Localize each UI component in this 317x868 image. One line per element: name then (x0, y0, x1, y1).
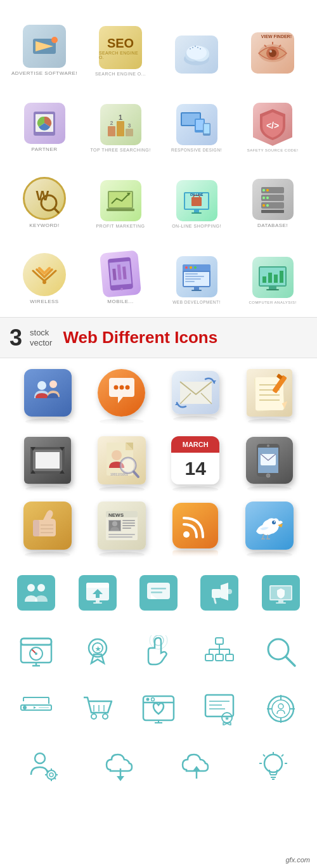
svg-rect-136 (122, 520, 135, 521)
icon-label: RESPONSIVE DESIGN! (171, 148, 222, 152)
list-item: RESPONSIVE DESIGN! (162, 89, 231, 152)
outline-teal-row2: ★ (0, 680, 317, 737)
svg-point-6 (186, 46, 207, 60)
calendar-month: MARCH (171, 436, 219, 453)
list-item (8, 741, 81, 791)
svg-point-88 (114, 385, 119, 389)
flat-icons-row4: WIRELESS MOBILE... (0, 235, 317, 311)
calendar-day: 14 (171, 453, 219, 484)
svg-point-142 (183, 531, 190, 538)
svg-rect-162 (212, 589, 221, 598)
icon-label: ON-LINE SHOPPING! (172, 224, 221, 228)
svg-point-53 (266, 189, 269, 191)
svg-point-9 (195, 46, 196, 47)
list-item (13, 434, 83, 495)
mobile-mail-icon (246, 437, 293, 484)
thumbsup-icon (23, 502, 72, 550)
list-item (191, 627, 248, 677)
svg-point-11 (200, 48, 201, 49)
svg-rect-70 (185, 276, 204, 277)
svg-text:ON-LINE: ON-LINE (190, 193, 204, 197)
list-item: WEB DEVELOPMENT! (162, 241, 231, 304)
svg-rect-181 (216, 638, 223, 644)
svg-rect-137 (122, 522, 135, 524)
svg-rect-84 (269, 287, 276, 289)
svg-rect-141 (108, 536, 133, 538)
svg-text:1: 1 (119, 113, 122, 121)
play-icon (18, 692, 55, 727)
list-item (162, 13, 231, 76)
list-item (237, 741, 310, 791)
svg-rect-157 (93, 602, 102, 604)
icon-label: ADVERTISE SOFTWARE! (11, 70, 77, 76)
svg-rect-140 (108, 534, 135, 535)
people-icon (24, 369, 72, 417)
svg-rect-169 (21, 638, 51, 645)
viewfinder-icon: VIEW FINDER! (251, 32, 294, 74)
svg-point-207 (151, 698, 154, 701)
outline-teal-row3 (0, 737, 317, 794)
svg-point-52 (262, 189, 265, 191)
svg-point-87 (49, 380, 57, 388)
svg-rect-188 (216, 654, 223, 661)
svg-rect-69 (185, 273, 198, 275)
megaphone-teal-icon (200, 575, 238, 611)
svg-text:2: 2 (110, 120, 113, 126)
profit-marketing-icon (100, 180, 141, 221)
svg-rect-45 (194, 210, 199, 212)
page-title: Web Different Icons (63, 328, 217, 347)
shield-laptop-icon (262, 575, 300, 611)
search-icon (262, 635, 299, 670)
wireless-icon (23, 253, 66, 296)
list-item: </> SAFETY SOURCE CODE! (238, 89, 307, 152)
svg-rect-83 (280, 271, 283, 283)
svg-point-15 (269, 50, 272, 53)
svg-point-58 (42, 280, 46, 284)
list-item (8, 627, 65, 677)
certificate-icon: ★ (201, 692, 238, 727)
computer-analysis-icon (252, 257, 294, 298)
podium-icon: 2 1 3 (100, 104, 141, 145)
svg-point-55 (266, 197, 269, 199)
list-item (252, 684, 309, 734)
svg-rect-72 (185, 281, 195, 282)
svg-point-7 (190, 48, 191, 49)
list-item (160, 500, 231, 560)
svg-rect-80 (262, 276, 266, 283)
svg-line-37 (55, 209, 58, 212)
svg-rect-155 (96, 594, 100, 598)
svg-rect-77 (191, 290, 202, 291)
svg-point-116 (112, 450, 122, 460)
svg-line-119 (134, 472, 138, 477)
svg-line-145 (262, 534, 264, 539)
list-item: 1001101001 (87, 434, 157, 495)
svg-line-242 (281, 755, 283, 756)
email-icon (172, 371, 219, 414)
title-bar: 3 stock vector Web Different Icons (0, 317, 317, 358)
flat-icons-row2: PARTNER 2 1 3 TOP THREE SEARCHING! (0, 82, 317, 159)
svg-point-89 (120, 385, 124, 389)
list-item (130, 627, 187, 677)
svg-point-125 (267, 444, 269, 447)
list-item: PARTNER (10, 89, 79, 152)
svg-point-124 (266, 474, 270, 477)
svg-point-2 (51, 37, 58, 43)
touch-icon (140, 635, 177, 670)
svg-rect-126 (33, 520, 39, 536)
seo-icon: SEO SEARCH ENGINE O. (99, 26, 142, 69)
flat-icons-row3: W KEYWORD! (0, 159, 317, 235)
svg-rect-51 (261, 210, 284, 213)
list-item: ON-LINE ON-LINE SHOPPING! (162, 165, 231, 228)
list-item (8, 567, 65, 618)
teal-icons-row1 (0, 562, 317, 623)
svg-rect-33 (204, 124, 210, 133)
watermark: gfx.com (281, 855, 314, 865)
list-item: ADVERTISE SOFTWARE! (10, 13, 79, 76)
svg-rect-41 (107, 209, 134, 211)
target-user-icon (262, 692, 299, 727)
svg-point-86 (37, 381, 46, 390)
svg-rect-161 (151, 592, 162, 593)
svg-rect-187 (205, 654, 213, 661)
icon-label: DATABASE! (257, 223, 288, 228)
list-item (8, 684, 65, 734)
